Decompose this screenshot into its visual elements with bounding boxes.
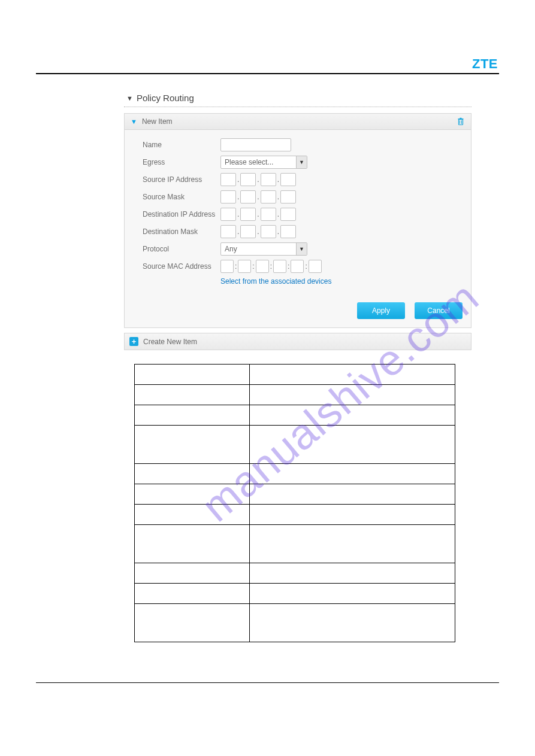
table-row [135,365,455,385]
src-mac-hex-5[interactable] [291,260,304,273]
new-item-panel: ▼ New Item Name Egress [124,113,471,328]
policy-routing-figure: ▼ Policy Routing ▼ New Item Name [124,93,471,350]
dot-separator: . [236,210,240,218]
name-label: Name [143,141,220,149]
parameter-table [134,364,455,642]
apply-button[interactable]: Apply [357,302,405,319]
dst-mask-octet-2[interactable] [240,225,256,238]
source-mask-label: Source Mask [143,193,220,201]
colon-separator: : [251,262,255,271]
table-row [135,505,455,525]
brand-logo: ZTE [472,56,498,72]
dot-separator: . [276,193,280,201]
svg-rect-0 [459,120,463,125]
src-ip-octet-3[interactable] [261,173,276,186]
create-new-item-label: Create New Item [143,338,197,346]
panel-body: Name Egress ▼ Source IP Address . . . So… [125,130,471,294]
dot-separator: . [276,227,280,236]
cancel-button[interactable]: Cancel [415,302,463,319]
collapse-icon: ▼ [131,118,137,125]
colon-separator: : [304,262,308,271]
protocol-label: Protocol [143,245,220,253]
dot-separator: . [256,193,260,201]
egress-label: Egress [143,158,220,166]
src-ip-octet-4[interactable] [280,173,296,186]
delete-icon[interactable] [457,117,465,126]
src-mac-hex-1[interactable] [220,260,234,273]
table-row [135,405,455,426]
src-ip-octet-2[interactable] [240,173,256,186]
src-mac-hex-2[interactable] [238,260,251,273]
table-row [135,484,455,505]
table-row [135,464,455,484]
dest-ip-label: Destination IP Address [143,210,220,218]
dot-separator: . [256,210,260,218]
colon-separator: : [269,262,273,271]
table-row [135,563,455,584]
dot-separator: . [256,227,260,236]
dst-ip-octet-4[interactable] [280,208,296,221]
footer-rule [36,682,499,683]
name-input[interactable] [220,138,291,151]
protocol-select[interactable] [220,242,307,256]
section-header[interactable]: ▼ Policy Routing [124,93,471,107]
dot-separator: . [236,193,240,201]
svg-rect-1 [458,119,464,120]
colon-separator: : [234,262,238,271]
dst-ip-octet-2[interactable] [240,208,256,221]
src-mask-octet-1[interactable] [220,190,236,204]
colon-separator: : [286,262,291,271]
egress-select[interactable] [220,156,307,169]
src-mac-hex-6[interactable] [309,260,322,273]
source-mac-label: Source MAC Address [143,262,220,271]
section-title: Policy Routing [137,93,194,103]
dst-mask-octet-3[interactable] [261,225,276,238]
svg-rect-2 [460,118,462,119]
table-row [135,584,455,604]
src-mask-octet-4[interactable] [280,190,296,204]
dot-separator: . [276,175,280,184]
collapse-icon: ▼ [126,95,133,102]
src-mask-octet-3[interactable] [261,190,276,204]
src-mask-octet-2[interactable] [240,190,256,204]
panel-header[interactable]: ▼ New Item [125,114,471,130]
dot-separator: . [236,227,240,236]
table-row [135,426,455,464]
dot-separator: . [236,175,240,184]
associated-devices-link[interactable]: Select from the associated devices [220,277,331,286]
dst-mask-octet-4[interactable] [280,225,296,238]
dest-mask-label: Destination Mask [143,227,220,236]
dst-ip-octet-1[interactable] [220,208,236,221]
create-new-item-bar[interactable]: + Create New Item [124,333,471,350]
src-ip-octet-1[interactable] [220,173,236,186]
dot-separator: . [256,175,260,184]
table-row [135,385,455,405]
panel-title: New Item [142,117,173,126]
dst-mask-octet-1[interactable] [220,225,236,238]
header-rule [36,73,499,74]
plus-icon[interactable]: + [129,337,138,346]
table-row [135,525,455,563]
panel-actions: Apply Cancel [125,294,471,327]
table-row [135,604,455,642]
source-ip-label: Source IP Address [143,175,220,184]
dst-ip-octet-3[interactable] [261,208,276,221]
dot-separator: . [276,210,280,218]
src-mac-hex-4[interactable] [273,260,286,273]
src-mac-hex-3[interactable] [256,260,269,273]
